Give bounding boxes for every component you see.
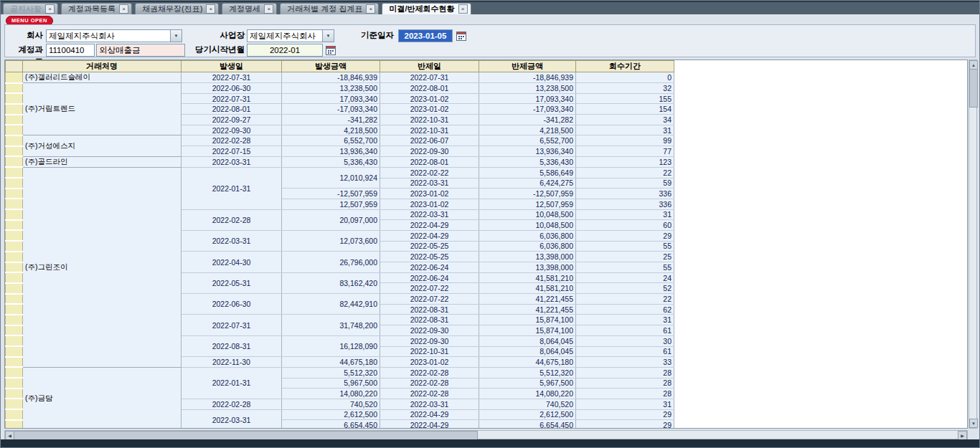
occur-amount-cell[interactable]: 44,675,180 <box>282 357 380 368</box>
occur-amount-cell[interactable]: 4,218,500 <box>282 125 380 135</box>
row-selector[interactable] <box>6 209 23 220</box>
settle-amount-cell[interactable]: 5,586,649 <box>479 167 576 178</box>
calendar-icon[interactable] <box>456 30 467 42</box>
settle-amount-cell[interactable]: 8,064,045 <box>479 335 576 346</box>
settle-amount-cell[interactable]: 14,080,220 <box>479 389 576 399</box>
settle-date-cell[interactable]: 2022-02-28 <box>380 389 479 399</box>
period-cell[interactable]: 24 <box>576 272 674 283</box>
settle-date-cell[interactable]: 2022-09-30 <box>380 335 479 346</box>
period-cell[interactable]: 29 <box>576 420 674 429</box>
customer-cell[interactable]: (주)갤러리드슬레이 <box>23 72 182 83</box>
occur-date-cell[interactable]: 2022-02-28 <box>182 399 282 409</box>
period-cell[interactable]: 25 <box>576 252 674 262</box>
settle-date-cell[interactable]: 2022-03-31 <box>380 209 479 220</box>
settle-amount-cell[interactable]: 13,398,000 <box>479 252 576 262</box>
settle-amount-cell[interactable]: 8,064,045 <box>479 346 576 357</box>
settle-amount-cell[interactable]: -18,846,939 <box>479 72 576 83</box>
column-header[interactable]: 회수기간 <box>576 61 674 72</box>
settle-amount-cell[interactable]: 41,581,210 <box>479 283 576 294</box>
occur-amount-cell[interactable]: 6,654,450 <box>282 420 380 429</box>
occur-date-cell[interactable]: 2022-03-31 <box>182 409 282 429</box>
occur-date-cell[interactable]: 2022-01-31 <box>182 367 282 399</box>
settle-amount-cell[interactable]: 5,967,500 <box>479 378 576 389</box>
occur-date-cell[interactable]: 2022-08-31 <box>182 335 282 356</box>
period-cell[interactable]: 28 <box>576 389 674 399</box>
settle-date-cell[interactable]: 2022-10-31 <box>380 125 479 135</box>
occur-date-cell[interactable]: 2022-08-01 <box>182 104 282 115</box>
occur-amount-cell[interactable]: 14,080,220 <box>282 389 380 399</box>
occur-amount-cell[interactable]: 12,010,924 <box>282 167 380 188</box>
account-name-input[interactable] <box>99 44 182 56</box>
occur-date-cell[interactable]: 2022-07-15 <box>182 146 282 157</box>
account-name-field[interactable] <box>96 44 185 57</box>
settle-date-cell[interactable]: 2023-01-02 <box>380 189 479 199</box>
row-selector[interactable] <box>6 378 23 389</box>
period-cell[interactable]: 29 <box>576 230 674 241</box>
occur-date-cell[interactable]: 2022-01-31 <box>182 167 282 209</box>
occur-amount-cell[interactable]: 5,336,430 <box>282 156 380 167</box>
settle-amount-cell[interactable]: 4,218,500 <box>479 125 576 135</box>
settle-amount-cell[interactable]: 41,221,455 <box>479 294 576 305</box>
period-cell[interactable]: 31 <box>576 399 674 409</box>
row-selector[interactable] <box>6 115 23 125</box>
occur-amount-cell[interactable]: -18,846,939 <box>282 72 380 83</box>
settle-date-cell[interactable]: 2023-01-02 <box>380 93 479 104</box>
settle-date-cell[interactable]: 2022-06-07 <box>380 135 479 146</box>
period-cell[interactable]: 55 <box>576 262 674 273</box>
occur-date-cell[interactable]: 2022-02-28 <box>182 135 282 146</box>
row-selector[interactable] <box>6 304 23 315</box>
settle-amount-cell[interactable]: 15,874,100 <box>479 315 576 325</box>
period-cell[interactable]: 29 <box>576 409 674 420</box>
settle-amount-cell[interactable]: 41,221,455 <box>479 304 576 315</box>
settle-date-cell[interactable]: 2022-09-30 <box>380 325 479 336</box>
settle-amount-cell[interactable]: 10,048,500 <box>479 209 576 220</box>
settle-amount-cell[interactable]: 13,238,500 <box>479 83 576 94</box>
occur-amount-cell[interactable]: 13,238,500 <box>282 83 380 94</box>
row-selector[interactable] <box>6 125 23 135</box>
period-cell[interactable]: 154 <box>576 104 674 115</box>
row-selector[interactable] <box>6 294 23 305</box>
occur-amount-cell[interactable]: 5,967,500 <box>282 378 380 389</box>
row-selector[interactable] <box>6 262 23 273</box>
row-selector[interactable] <box>6 156 23 167</box>
settle-amount-cell[interactable]: 740,520 <box>479 399 576 409</box>
settle-date-cell[interactable]: 2022-09-30 <box>380 146 479 157</box>
settle-date-cell[interactable]: 2022-04-29 <box>380 409 479 420</box>
settle-amount-cell[interactable]: 6,654,450 <box>479 420 576 429</box>
occur-amount-cell[interactable]: 83,162,420 <box>282 272 380 293</box>
occur-amount-cell[interactable]: 31,748,200 <box>282 315 380 335</box>
occur-amount-cell[interactable]: 82,442,910 <box>282 294 380 315</box>
occur-date-cell[interactable]: 2022-07-31 <box>182 315 282 335</box>
settle-date-cell[interactable]: 2022-04-29 <box>380 220 479 231</box>
settle-date-cell[interactable]: 2022-08-31 <box>380 315 479 325</box>
period-cell[interactable]: 59 <box>576 178 674 189</box>
tab-close-icon[interactable]: × <box>458 4 468 14</box>
row-selector[interactable] <box>6 335 23 346</box>
occur-date-cell[interactable]: 2022-06-30 <box>182 294 282 315</box>
occur-amount-cell[interactable]: 13,936,340 <box>282 146 380 157</box>
row-selector[interactable] <box>6 93 23 104</box>
row-selector[interactable] <box>6 230 23 241</box>
period-cell[interactable]: 22 <box>576 294 674 305</box>
occur-date-cell[interactable]: 2022-09-30 <box>182 125 282 135</box>
settle-date-cell[interactable]: 2022-05-25 <box>380 252 479 262</box>
settle-date-cell[interactable]: 2022-02-28 <box>380 367 479 378</box>
settle-amount-cell[interactable]: 6,424,275 <box>479 178 576 189</box>
period-cell[interactable]: 0 <box>576 72 674 83</box>
row-selector[interactable] <box>6 325 23 336</box>
calendar-icon[interactable] <box>325 44 336 56</box>
settle-date-cell[interactable]: 2022-02-28 <box>380 378 479 389</box>
period-cell[interactable]: 55 <box>576 241 674 252</box>
tab-close-icon[interactable]: × <box>119 4 128 14</box>
row-selector[interactable] <box>6 72 23 83</box>
occur-date-cell[interactable]: 2022-07-31 <box>182 93 282 104</box>
account-code-input[interactable] <box>49 44 92 56</box>
settle-date-cell[interactable]: 2022-04-29 <box>380 230 479 241</box>
occur-amount-cell[interactable]: 6,552,700 <box>282 135 380 146</box>
tab-close-icon[interactable]: × <box>206 4 215 14</box>
settle-amount-cell[interactable]: 15,874,100 <box>479 325 576 336</box>
row-selector[interactable] <box>6 367 23 378</box>
row-selector[interactable] <box>6 146 23 157</box>
occur-amount-cell[interactable]: 20,097,000 <box>282 209 380 230</box>
settle-amount-cell[interactable]: 10,048,500 <box>479 220 576 231</box>
